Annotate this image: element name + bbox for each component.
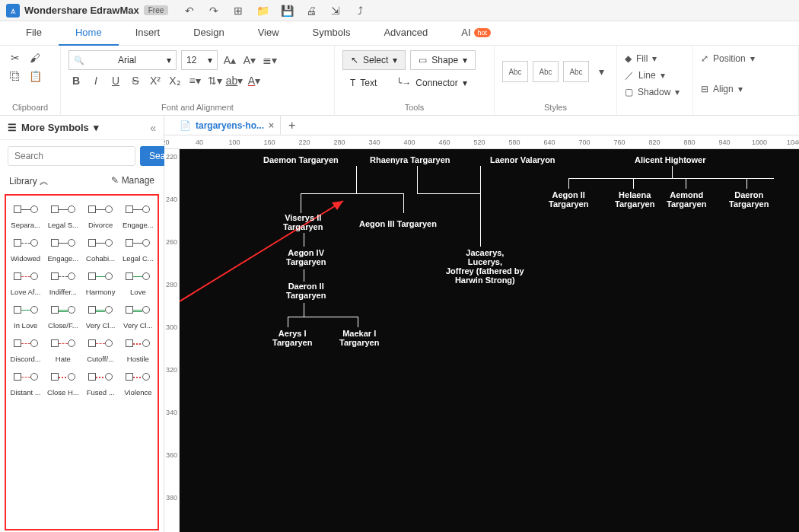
more-symbols-toggle[interactable]: ☰ More Symbols▾ [8,122,99,133]
shape-hate[interactable]: Hate [45,333,81,365]
add-tab-icon[interactable]: + [288,119,295,132]
tab-view[interactable]: View [241,21,296,46]
shape-verycl[interactable]: Very Cl... [83,299,119,331]
print-icon[interactable]: 🖨 [304,3,319,18]
shape-library-panel: Separa...Legal S...DivorceEngage...Widow… [5,194,159,530]
node-helaena[interactable]: Helaena Targaryen [615,190,654,209]
tab-ai[interactable]: AIhot [444,21,508,46]
shape-verycl[interactable]: Very Cl... [120,299,156,331]
manage-link[interactable]: ✎ Manage [111,175,154,188]
free-badge: Free [144,5,169,15]
shrink-font-icon[interactable]: A▾ [242,53,257,68]
style-more-icon[interactable]: ▾ [594,64,609,79]
line-spacing-icon[interactable]: ⇅▾ [207,73,222,88]
shape-hostile[interactable]: Hostile [120,333,156,365]
save-icon[interactable]: 💾 [279,3,294,18]
font-size-select[interactable]: 12▾ [181,50,218,70]
open-icon[interactable]: 📁 [255,3,270,18]
grow-font-icon[interactable]: A▴ [222,53,237,68]
style-preset-1[interactable]: Abc [502,61,528,82]
node-aemond[interactable]: Aemond Targaryen [667,190,706,209]
align-button[interactable]: ⊟ Align ▾ [701,81,791,97]
shape-cohabi[interactable]: Cohabi... [83,232,119,264]
shape-legals[interactable]: Legal S... [45,199,81,231]
node-aegon2[interactable]: Aegon II Targaryen [549,190,588,209]
position-button[interactable]: ⤢ Position ▾ [701,50,791,67]
shape-closeh[interactable]: Close H... [45,366,81,398]
node-alicent[interactable]: Alicent Hightower [635,155,706,164]
undo-icon[interactable]: ↶ [182,3,197,18]
bold-icon[interactable]: B [68,73,84,88]
text-tool[interactable]: T Text [342,73,384,93]
fill-button[interactable]: ◆ Fill ▾ [625,50,685,67]
node-children3[interactable]: Jacaerys, Lucerys, Joffrey (fathered by … [446,248,524,285]
node-daemon[interactable]: Daemon Targaryen [263,155,339,164]
shape-harmony[interactable]: Harmony [83,266,119,298]
sidebar-collapse-icon[interactable]: « [150,122,156,134]
share-icon[interactable]: ⤴ [352,3,368,18]
style-preset-3[interactable]: Abc [563,61,589,82]
tab-home[interactable]: Home [59,21,119,46]
line-button[interactable]: ／ Line ▾ [625,67,685,84]
node-aegon4[interactable]: Aegon IV Targaryen [286,248,326,266]
node-maekar1[interactable]: Maekar I Targaryen [339,329,379,347]
strike-icon[interactable]: S [128,73,143,88]
tab-insert[interactable]: Insert [119,21,177,46]
superscript-icon[interactable]: X² [148,73,163,88]
underline-icon[interactable]: U [108,73,123,88]
shape-fused[interactable]: Fused ... [83,366,119,398]
export-icon[interactable]: ⇲ [328,3,343,18]
ruler-horizontal: -204010016022028034040046052058064070076… [164,135,799,149]
style-preset-2[interactable]: Abc [533,61,559,82]
node-aegon3[interactable]: Aegon III Targaryen [359,219,437,228]
tab-design[interactable]: Design [177,21,240,46]
shadow-button[interactable]: ▢ Shadow ▾ [625,84,685,100]
copy-icon[interactable]: ⿻ [8,68,23,84]
connector-tool[interactable]: ╰→ Connector ▾ [389,73,474,93]
shape-inlove[interactable]: In Love [8,299,43,331]
shape-discord[interactable]: Discord... [8,333,43,365]
node-rhaenyra[interactable]: Rhaenyra Targaryen [370,155,450,164]
shape-love[interactable]: Love [120,266,156,298]
subscript-icon[interactable]: X₂ [167,73,183,88]
tab-symbols[interactable]: Symbols [296,21,368,46]
tab-file[interactable]: File [9,21,59,46]
node-daeron2[interactable]: Daeron II Targaryen [286,282,326,300]
new-icon[interactable]: ⊞ [231,3,246,18]
tab-advanced[interactable]: Advanced [367,21,444,46]
app-title: Wondershare EdrawMax [24,5,139,16]
font-color-icon[interactable]: A▾ [247,73,262,88]
node-viserys2[interactable]: Viserys II Targaryen [283,213,323,231]
shape-tool[interactable]: ▭ Shape ▾ [410,50,476,70]
redo-icon[interactable]: ↷ [206,3,221,18]
shape-divorce[interactable]: Divorce [83,199,119,231]
shape-separa[interactable]: Separa... [8,199,43,231]
shape-legalc[interactable]: Legal C... [120,232,156,264]
font-select[interactable]: Arial▾ [68,50,177,70]
search-input[interactable] [8,146,135,166]
node-aerys1[interactable]: Aerys I Targaryen [272,329,312,347]
format-painter-icon[interactable]: 🖌 [27,50,43,65]
shape-distant[interactable]: Distant ... [8,366,43,398]
close-tab-icon[interactable]: × [269,120,274,131]
italic-icon[interactable]: I [88,73,103,88]
shape-widowed[interactable]: Widowed [8,232,43,264]
shape-engage[interactable]: Engage... [45,232,81,264]
cut-icon[interactable]: ✂ [8,50,23,65]
shape-cutoff[interactable]: Cutoff/... [83,333,119,365]
shape-indiffer[interactable]: Indiffer... [45,266,81,298]
node-daeron[interactable]: Daeron Targaryen [729,190,769,209]
select-tool[interactable]: ↖ Select ▾ [342,50,406,70]
canvas[interactable]: Daemon Targaryen Rhaenyra Targaryen Laen… [180,149,799,532]
shape-loveaf[interactable]: Love Af... [8,266,43,298]
shape-engage[interactable]: Engage... [120,199,156,231]
library-toggle[interactable]: Library ︽ [9,175,49,188]
align-left-icon[interactable]: ≡▾ [187,73,202,88]
document-tab[interactable]: 📄 targaryens-ho... × [173,116,281,135]
highlight-icon[interactable]: ab▾ [227,73,242,88]
shape-closef[interactable]: Close/F... [45,299,81,331]
node-laenor[interactable]: Laenor Valaryon [490,155,555,164]
bullets-icon[interactable]: ≣▾ [262,53,277,68]
paste-icon[interactable]: 📋 [27,68,43,84]
shape-violence[interactable]: Violence [120,366,156,398]
